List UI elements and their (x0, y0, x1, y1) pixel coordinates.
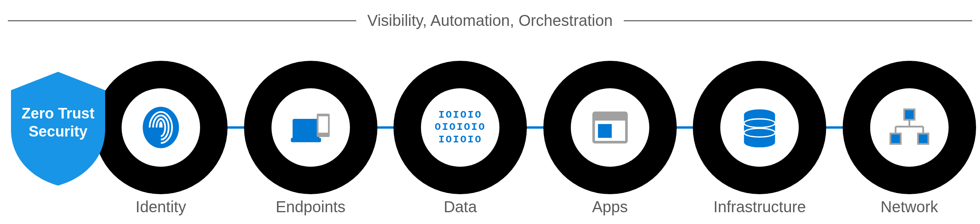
zero-trust-shield: Zero TrustSecurity (7, 69, 109, 186)
fingerprint-icon (139, 106, 182, 149)
pillar-apps: Apps (546, 61, 674, 194)
svg-rect-4 (318, 116, 328, 133)
ring-network (843, 61, 976, 194)
inner-apps (571, 88, 649, 167)
divider-right (624, 20, 972, 21)
svg-rect-1 (292, 119, 319, 140)
pillar-endpoints: Endpoints (247, 61, 374, 194)
divider-left (8, 20, 356, 21)
binary-line-2: OIOIOIO (435, 121, 486, 133)
ring-endpoints (244, 61, 377, 194)
label-endpoints: Endpoints (276, 198, 346, 216)
network-icon (888, 106, 931, 149)
zero-trust-diagram: Visibility, Automation, Orchestration Ze… (0, 0, 980, 224)
pillar-data: IOIOIO OIOIOIO IOIOIO Data (397, 61, 524, 194)
label-apps: Apps (592, 198, 628, 216)
devices-icon (289, 106, 332, 149)
inner-data: IOIOIO OIOIOIO IOIOIO (421, 88, 499, 167)
label-infrastructure: Infrastructure (714, 198, 806, 216)
pillar-network: Network (846, 61, 973, 194)
binary-icon: IOIOIO OIOIOIO IOIOIO (435, 109, 486, 146)
ring-identity (94, 61, 228, 194)
svg-rect-15 (904, 109, 914, 120)
inner-identity (122, 88, 200, 167)
database-icon (738, 106, 781, 149)
inner-infrastructure (720, 88, 799, 167)
binary-line-3: IOIOIO (435, 134, 486, 146)
svg-rect-16 (891, 133, 901, 144)
ring-data: IOIOIO OIOIOIO IOIOIO (393, 61, 527, 194)
label-identity: Identity (136, 198, 186, 216)
app-window-icon (588, 106, 632, 149)
ring-infrastructure (693, 61, 826, 194)
diagram-title: Visibility, Automation, Orchestration (356, 12, 623, 29)
pillar-infrastructure: Infrastructure (696, 61, 823, 194)
pillar-identity: Identity (97, 61, 224, 194)
svg-rect-17 (918, 133, 928, 144)
inner-endpoints (271, 88, 350, 167)
shield-label-line1: Zero TrustSecurity (22, 105, 95, 140)
ring-apps (543, 61, 677, 194)
svg-rect-2 (291, 138, 321, 142)
header-bar: Visibility, Automation, Orchestration (0, 12, 980, 29)
binary-line-1: IOIOIO (435, 109, 486, 121)
pillars-row: Identity Endpoints (97, 61, 973, 194)
shield-label: Zero TrustSecurity (22, 105, 95, 150)
label-data: Data (444, 198, 477, 216)
svg-rect-7 (598, 124, 612, 138)
pillar-chain: Zero TrustSecurity Identi (0, 57, 980, 198)
svg-rect-6 (594, 113, 627, 121)
inner-network (870, 88, 949, 167)
label-network: Network (881, 198, 938, 216)
